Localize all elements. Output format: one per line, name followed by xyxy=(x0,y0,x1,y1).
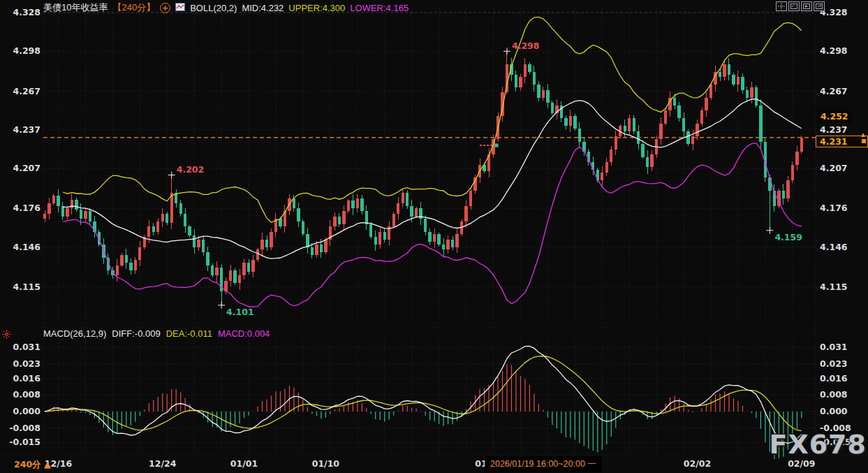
price-axis-label-right: 4.176 xyxy=(820,204,848,213)
macd-axis-label-right: 0.000 xyxy=(820,407,848,416)
x-axis-tick-12-24: 12/24 xyxy=(149,460,176,469)
macd-dea-value: DEA:-0.011 xyxy=(166,328,212,339)
window-toolbar xyxy=(776,1,825,11)
macd-axis-label-right: 0.031 xyxy=(820,343,848,352)
price-axis-label-left: 4.115 xyxy=(6,283,41,292)
bollinger-bands xyxy=(63,17,802,307)
x-axis-tick-02-09: 02/09 xyxy=(788,460,815,469)
price-axis-label-right: 4.146 xyxy=(820,243,848,252)
price-axis-label-left: 4.328 xyxy=(6,8,41,17)
period-arrow-icon: ▲ xyxy=(44,459,51,470)
price-axis-label-left: 4.298 xyxy=(6,47,41,56)
price-axis-label-left: 4.237 xyxy=(6,126,41,135)
annotation-4.101: 4.101 xyxy=(226,307,254,317)
price-axis-label-right: 4.267 xyxy=(820,87,848,96)
annotation-4.159: 4.159 xyxy=(774,232,802,242)
price-axis-label-left: 4.146 xyxy=(6,243,41,252)
x-axis-tick-01-01: 01/01 xyxy=(230,460,258,469)
x-axis-tick-02-02: 02/02 xyxy=(684,460,711,469)
macd-value: MACD:0.004 xyxy=(218,328,270,339)
price-axis-label-right: 4.115 xyxy=(820,283,848,292)
chart-header: 美债10年收益率【240分】 + BOLL(20,2) MID:4.232 UP… xyxy=(43,1,409,14)
macd-axis-label-left: -0.008 xyxy=(6,424,41,433)
price-annotations: 4.2024.1014.2984.159 xyxy=(168,41,802,316)
boll-mid-value: MID:4.232 xyxy=(242,3,284,13)
orange-square-icon xyxy=(862,139,866,143)
circle-plus-icon[interactable]: + xyxy=(160,3,170,13)
price-axis-label-right: 4.207 xyxy=(820,164,848,173)
candles xyxy=(43,51,803,305)
x-axis-tick-01-10: 01/10 xyxy=(312,460,339,469)
annotation-4.202: 4.202 xyxy=(177,164,205,175)
pan-icon[interactable] xyxy=(776,1,787,11)
price-axis-label-left: 4.176 xyxy=(6,204,41,213)
pane-export-icon[interactable] xyxy=(814,1,825,11)
macd-axis-label-left: 0.031 xyxy=(6,343,41,352)
red-burst-icon xyxy=(1,329,12,342)
price-axis-label-left: 4.267 xyxy=(6,87,41,96)
price-axis-label-right: 4.298 xyxy=(820,47,848,56)
marked-price-label: 4.252 xyxy=(817,110,852,123)
boll-upper-value: UPPER:4.300 xyxy=(288,3,345,13)
macd-axis-label-left: 0.016 xyxy=(6,374,41,384)
macd-axis-label-left: 0.008 xyxy=(6,391,41,400)
chart-title: 美债10年收益率 xyxy=(43,1,108,14)
price-axis-label-right: 4.237 xyxy=(820,126,848,135)
up-arrow-icon: ▲ xyxy=(860,131,867,138)
watermark: FX678 xyxy=(769,429,867,460)
macd-header: MACD(26,12,9) DIFF:-0.009 DEA:-0.011 MAC… xyxy=(43,328,270,339)
macd-axis-label-left: -0.015 xyxy=(6,438,41,447)
macd-axis-label-right: 0.016 xyxy=(820,374,848,384)
macd-name: MACD(26,12,9) xyxy=(43,328,106,339)
period-selector[interactable]: 240分 ▲ xyxy=(14,459,51,471)
macd-axis-label-left: 0.023 xyxy=(6,360,41,369)
candlestick-chart-canvas[interactable]: 4.2024.1014.2984.159 xyxy=(0,0,868,473)
boll-lower-value: LOWER:4.165 xyxy=(350,3,409,13)
chart-window: 4.2024.1014.2984.159 美债10年收益率【240分】 + BO… xyxy=(0,0,868,473)
crosshair-date-tooltip: 2026/01/19 16:00~20:00 一 xyxy=(485,456,602,472)
macd-axis-label-right: 0.008 xyxy=(820,391,848,400)
macd-axis-label-right: 0.023 xyxy=(820,360,848,369)
chart-thumbnail-icon[interactable] xyxy=(175,3,185,13)
price-axis-label-left: 4.207 xyxy=(6,164,41,173)
annotation-4.298: 4.298 xyxy=(512,41,540,51)
hover-price-marker xyxy=(480,144,498,147)
macd-diff-value: DIFF:-0.009 xyxy=(112,328,160,339)
macd-axis-label-left: 0.000 xyxy=(6,407,41,416)
boll-label: BOLL(20,2) xyxy=(190,3,237,13)
pane-chart-icon[interactable] xyxy=(788,1,800,11)
pane-play-icon[interactable] xyxy=(801,1,812,11)
chart-period[interactable]: 【240分】 xyxy=(112,1,155,14)
